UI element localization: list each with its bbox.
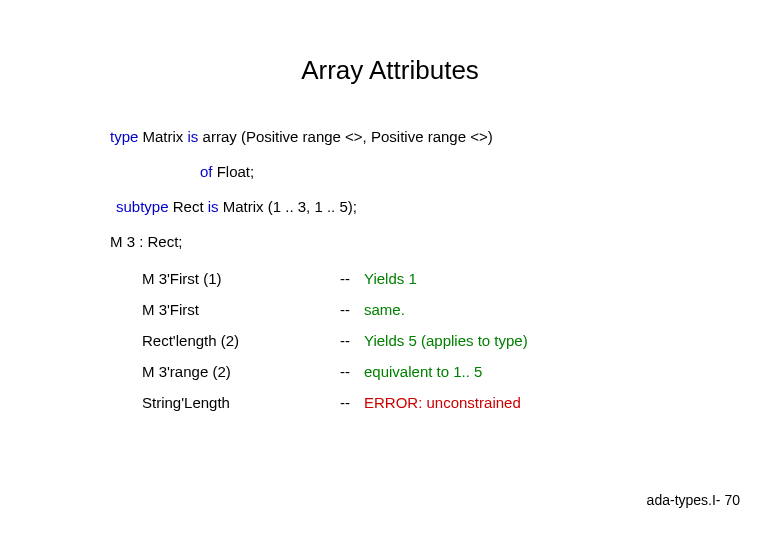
code-line-2: of Float; bbox=[110, 161, 780, 182]
attr-comment: Yields 1 bbox=[364, 270, 417, 287]
code-block: type Matrix is array (Positive range <>,… bbox=[0, 126, 780, 411]
table-row: String'Length -- ERROR: unconstrained bbox=[142, 394, 780, 411]
comment-dash: -- bbox=[340, 363, 364, 380]
keyword-subtype: subtype bbox=[116, 198, 169, 215]
code-line-1: type Matrix is array (Positive range <>,… bbox=[110, 126, 780, 147]
code-text: Float; bbox=[213, 163, 255, 180]
attr-name: Rect'length (2) bbox=[142, 332, 340, 349]
code-text: Matrix (1 .. 3, 1 .. 5); bbox=[219, 198, 357, 215]
keyword-is: is bbox=[188, 128, 199, 145]
table-row: M 3'range (2) -- equivalent to 1.. 5 bbox=[142, 363, 780, 380]
attributes-table: M 3'First (1) -- Yields 1 M 3'First -- s… bbox=[110, 266, 780, 411]
attr-comment: same. bbox=[364, 301, 405, 318]
comment-dash: -- bbox=[340, 301, 364, 318]
keyword-type: type bbox=[110, 128, 138, 145]
attr-comment: equivalent to 1.. 5 bbox=[364, 363, 482, 380]
attr-comment: ERROR: unconstrained bbox=[364, 394, 521, 411]
code-text: Rect bbox=[169, 198, 208, 215]
attr-comment: Yields 5 (applies to type) bbox=[364, 332, 528, 349]
comment-dash: -- bbox=[340, 394, 364, 411]
slide-footer: ada-types.I- 70 bbox=[647, 492, 740, 508]
attr-name: M 3'range (2) bbox=[142, 363, 340, 380]
table-row: M 3'First -- same. bbox=[142, 301, 780, 318]
comment-dash: -- bbox=[340, 332, 364, 349]
code-line-4: M 3 : Rect; bbox=[110, 231, 780, 252]
code-text: Matrix bbox=[138, 128, 187, 145]
code-line-3: subtype Rect is Matrix (1 .. 3, 1 .. 5); bbox=[110, 196, 780, 217]
code-text: array (Positive range <>, Positive range… bbox=[198, 128, 492, 145]
attr-name: M 3'First bbox=[142, 301, 340, 318]
attr-name: M 3'First (1) bbox=[142, 270, 340, 287]
attr-name: String'Length bbox=[142, 394, 340, 411]
comment-dash: -- bbox=[340, 270, 364, 287]
page-title: Array Attributes bbox=[0, 0, 780, 126]
table-row: Rect'length (2) -- Yields 5 (applies to … bbox=[142, 332, 780, 349]
keyword-of: of bbox=[200, 163, 213, 180]
keyword-is: is bbox=[208, 198, 219, 215]
table-row: M 3'First (1) -- Yields 1 bbox=[142, 270, 780, 287]
